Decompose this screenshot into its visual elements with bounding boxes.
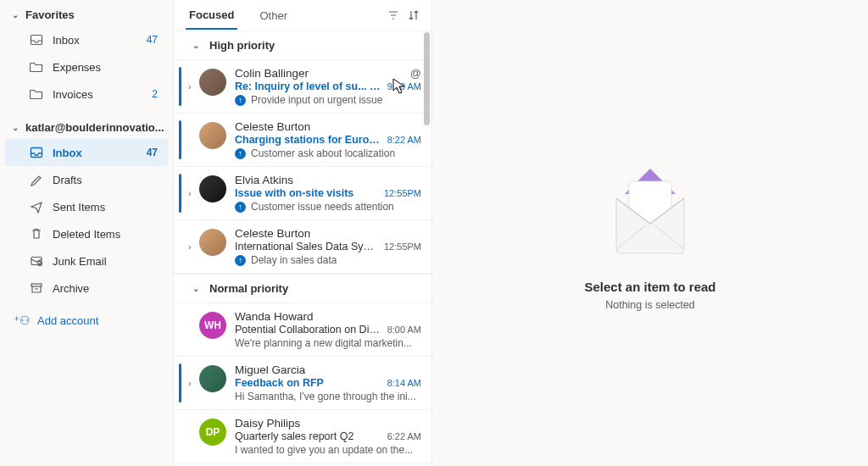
subject: Issue with on-site visits [235,187,377,199]
trash-icon [29,226,44,241]
preview: Provide input on urgent issue [251,94,382,106]
message-item[interactable]: Celeste Burton Charging stations for Eur… [174,114,431,167]
svg-rect-0 [31,36,42,45]
archive-icon [29,280,44,296]
empty-state-envelope-icon [595,156,705,258]
folder-icon [29,59,44,75]
nav-folder-junk[interactable]: Junk Email [5,247,168,275]
folder-icon [29,86,44,102]
favorites-label: Favorites [25,8,75,21]
sender: Wanda Howard [235,310,421,323]
subject: Re: Inquiry of level of su... (2) [235,80,381,92]
avatar [199,175,226,202]
insight-icon: ↑ [235,255,246,266]
avatar [199,365,226,392]
message-items: › Colin Ballinger @ Re: Inquiry of level… [174,60,431,466]
preview: I wanted to give you an update on the... [235,444,413,456]
nav-favorite-expenses[interactable]: Expenses [5,53,168,80]
svg-rect-1 [31,148,42,158]
expand-chevron-icon[interactable]: › [184,67,196,106]
nav-favorite-invoices[interactable]: Invoices 2 [5,80,168,108]
folder-pane: ⌄ Favorites Inbox 47 Expenses Invoices 2… [0,0,174,466]
inbox-icon [29,145,44,160]
sender: Colin Ballinger [235,67,410,80]
chevron-down-icon: ⌄ [12,10,19,19]
time: 12:55PM [384,241,421,252]
reading-pane: Select an item to read Nothing is select… [432,0,868,466]
avatar [199,69,226,96]
empty-state-subtitle: Nothing is selected [605,299,695,311]
scrollbar[interactable] [424,32,430,125]
subject: Potential Collaboration on Digit... [235,324,381,336]
time: 8:14 AM [387,378,421,388]
tab-focused[interactable]: Focused [186,2,237,30]
sender: Celeste Burton [235,227,421,240]
preview: Customer ask about localization [251,147,395,159]
sender: Daisy Philips [235,417,421,430]
sender: Elvia Atkins [235,174,421,186]
nav-folder-inbox[interactable]: Inbox 47 [5,139,168,166]
tab-other[interactable]: Other [256,3,291,29]
nav-folder-archive[interactable]: Archive [5,275,168,302]
time: 8:22 AM [387,135,421,145]
avatar [199,229,226,256]
preview: We're planning a new digital marketin... [235,337,412,349]
add-account-icon: ⁺⚇ [14,313,31,327]
preview: Delay in sales data [251,254,337,266]
svg-rect-4 [31,284,42,286]
nav-folder-sent[interactable]: Sent Items [5,193,168,220]
mention-icon: @ [410,67,421,80]
expand-chevron-icon[interactable]: › [184,363,196,402]
subject: Quarterly sales report Q2 [235,430,381,442]
preview: Customer issue needs attention [251,201,394,213]
sender: Miguel Garcia [235,363,421,376]
account-label: katlar@boulderinnovatio... [25,121,164,134]
message-item[interactable]: DP Daisy Philips Quarterly sales report … [174,410,431,463]
empty-state-title: Select an item to read [584,280,715,294]
subject: International Sales Data Sync D... [235,241,377,252]
subject: Charging stations for Europ... [235,134,381,146]
chevron-down-icon: ⌄ [192,41,199,50]
account-header[interactable]: ⌄ katlar@boulderinnovatio... [0,116,173,139]
time: 12:55PM [384,188,421,198]
expand-chevron-icon[interactable]: › [184,174,196,213]
chevron-down-icon: ⌄ [192,284,199,293]
message-item[interactable]: › Celeste Burton International Sales Dat… [174,220,431,274]
junk-icon [29,253,44,269]
message-item[interactable]: › Colin Ballinger @ Re: Inquiry of level… [174,60,431,114]
sort-icon[interactable] [408,9,420,21]
avatar: WH [199,312,226,339]
inbox-icon [29,32,44,47]
message-item[interactable]: WH Wanda Howard Potential Collaboration … [174,303,431,357]
add-account-button[interactable]: ⁺⚇ Add account [0,302,173,339]
time: 8:00 AM [387,325,421,335]
group-high-priority[interactable]: ⌄ High priority [174,31,431,60]
group-normal-priority[interactable]: ⌄ Normal priority [174,274,431,303]
avatar: DP [199,419,226,446]
sent-icon [29,199,44,214]
sender: Celeste Burton [235,120,421,133]
subject: Feedback on RFP [235,377,381,389]
nav-folder-drafts[interactable]: Drafts [5,166,168,193]
message-item[interactable]: › Elvia Atkins Issue with on-site visits… [174,167,431,220]
message-list-pane: Focused Other ⌄ High priority › Colin Ba… [174,0,432,466]
chevron-down-icon: ⌄ [12,123,19,132]
favorites-header[interactable]: ⌄ Favorites [0,3,173,26]
nav-favorite-inbox[interactable]: Inbox 47 [5,26,168,53]
preview: Hi Samantha, I've gone through the ini..… [235,391,416,402]
filter-icon[interactable] [387,9,399,21]
inbox-tabs: Focused Other [174,0,431,31]
insight-icon: ↑ [235,148,246,159]
insight-icon: ↑ [235,95,246,106]
time: 6:22 AM [387,431,421,441]
time: 9:30 AM [387,81,421,92]
avatar [199,122,226,149]
message-item[interactable]: › Miguel Garcia Feedback on RFP 8:14 AM … [174,357,431,410]
nav-folder-deleted[interactable]: Deleted Items [5,220,168,247]
drafts-icon [29,172,44,187]
expand-chevron-icon[interactable]: › [184,227,196,266]
insight-icon: ↑ [235,202,246,213]
